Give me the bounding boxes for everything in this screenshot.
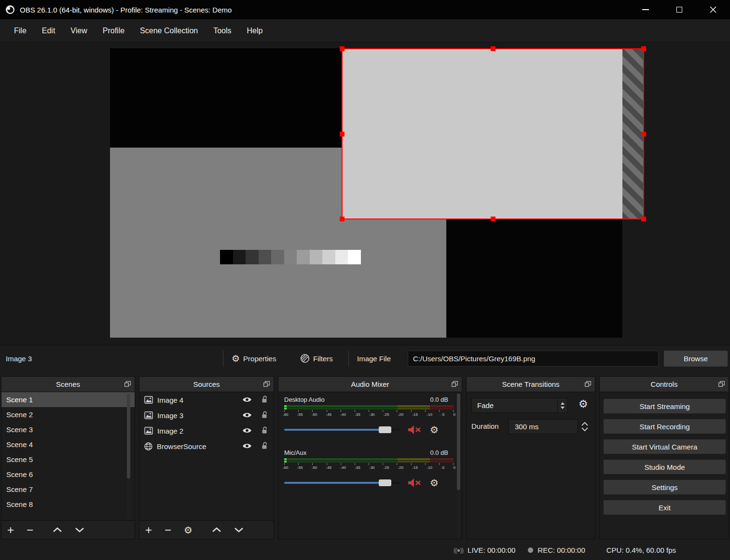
channel-level: 0.0 dB [430, 449, 448, 456]
selection-handle-bottom-left[interactable] [340, 217, 344, 221]
lock-icon[interactable] [261, 442, 268, 451]
close-icon [710, 6, 716, 13]
source-down-button[interactable] [234, 527, 244, 533]
duration-spinbox[interactable]: 300 ms [509, 419, 578, 434]
filters-button[interactable]: Filters [300, 345, 333, 371]
scene-item[interactable]: Scene 4 [1, 437, 135, 452]
studio-mode-button[interactable]: Studio Mode [604, 460, 726, 474]
scene-up-button[interactable] [53, 527, 62, 533]
scene-item-label: Scene 8 [6, 500, 33, 508]
scrollbar-thumb[interactable] [457, 394, 460, 490]
meter-scale: -60-55-50-45-40-35-30-25-20-15-10-50 [283, 465, 455, 470]
image-file-input[interactable] [408, 351, 659, 367]
chevron-up-icon [581, 422, 588, 426]
popout-icon[interactable] [263, 381, 270, 387]
gear-icon[interactable]: ⚙ [430, 478, 439, 488]
popout-icon[interactable] [718, 381, 725, 387]
scene-item[interactable]: Scene 6 [1, 467, 135, 482]
selection-handle-middle-left[interactable] [340, 132, 344, 137]
start-streaming-button[interactable]: Start Streaming [604, 399, 726, 413]
visibility-icon[interactable] [242, 442, 252, 451]
selection-outline[interactable] [342, 48, 644, 219]
globe-icon [144, 442, 152, 451]
sources-list: Image 4 Image 3 Im [139, 392, 274, 520]
scene-item[interactable]: Scene 3 [1, 422, 135, 437]
mute-icon[interactable] [408, 478, 421, 488]
selection-handle-top-middle[interactable] [491, 46, 496, 51]
remove-source-button[interactable]: − [165, 524, 171, 536]
start-recording-button[interactable]: Start Recording [604, 419, 726, 434]
scrollbar-thumb[interactable] [127, 394, 130, 478]
volume-slider[interactable] [284, 482, 400, 484]
scenes-scrollbar[interactable] [127, 394, 130, 519]
live-signal-icon: ((●)) [454, 546, 463, 554]
scene-item[interactable]: Scene 5 [1, 452, 135, 467]
mixer-scrollbar[interactable] [457, 394, 460, 537]
gear-icon[interactable]: ⚙ [430, 425, 439, 435]
visibility-icon[interactable] [242, 427, 252, 435]
selection-handle-bottom-right[interactable] [641, 217, 646, 221]
source-item[interactable]: Image 2 [139, 423, 274, 438]
menu-file[interactable]: File [6, 19, 34, 42]
remove-scene-button[interactable]: − [27, 524, 33, 536]
rec-dot-icon [528, 547, 533, 553]
add-scene-button[interactable]: + [7, 524, 14, 536]
lock-icon[interactable] [261, 396, 268, 405]
menu-edit[interactable]: Edit [34, 19, 63, 42]
visibility-icon[interactable] [242, 396, 252, 404]
settings-button[interactable]: Settings [604, 480, 726, 494]
popout-icon[interactable] [585, 381, 591, 387]
volume-slider-handle[interactable] [379, 479, 391, 486]
scene-item-label: Scene 4 [6, 440, 33, 449]
maximize-icon [676, 7, 682, 13]
selection-handle-top-left[interactable] [340, 46, 344, 51]
source-item[interactable]: Image 4 [139, 392, 274, 408]
duration-value: 300 ms [509, 423, 538, 431]
lock-icon[interactable] [261, 426, 268, 436]
menubar: File Edit View Profile Scene Collection … [0, 19, 730, 42]
selection-handle-middle-right[interactable] [641, 132, 646, 137]
transition-select-spinner[interactable] [557, 398, 567, 412]
properties-button[interactable]: ⚙ Properties [232, 345, 276, 371]
popout-icon[interactable] [124, 381, 131, 387]
menu-profile[interactable]: Profile [95, 19, 132, 42]
transition-select[interactable]: Fade [471, 398, 568, 413]
source-item-label: Image 2 [157, 427, 183, 435]
close-button[interactable] [696, 0, 730, 19]
source-item[interactable]: BrowserSource [139, 438, 274, 454]
menu-view[interactable]: View [63, 19, 95, 42]
volume-slider[interactable] [284, 429, 400, 431]
maximize-button[interactable] [662, 0, 696, 19]
transition-properties-button[interactable]: ⚙ [578, 399, 588, 410]
menu-help[interactable]: Help [239, 19, 271, 42]
add-source-button[interactable]: + [145, 524, 152, 536]
slider-fill [284, 429, 385, 431]
selection-handle-top-right[interactable] [641, 46, 646, 51]
lock-icon[interactable] [261, 411, 268, 420]
visibility-icon[interactable] [242, 411, 252, 420]
menu-scene-collection[interactable]: Scene Collection [132, 19, 206, 42]
spinner-down-icon [561, 407, 565, 409]
browse-button[interactable]: Browse [664, 351, 728, 367]
volume-slider-handle[interactable] [379, 426, 391, 433]
mute-icon[interactable] [408, 425, 421, 435]
popout-icon[interactable] [452, 381, 458, 387]
menu-tools[interactable]: Tools [206, 19, 239, 42]
exit-button[interactable]: Exit [604, 500, 726, 515]
preview-canvas[interactable] [0, 42, 730, 345]
source-up-button[interactable] [212, 527, 221, 533]
chevron-down-icon [581, 427, 588, 431]
canvas-black-region-bottom[interactable] [446, 219, 622, 338]
scene-item[interactable]: Scene 8 [1, 497, 135, 512]
image-icon [144, 427, 153, 435]
start-virtual-camera-button[interactable]: Start Virtual Camera [604, 439, 726, 454]
source-item[interactable]: Image 3 [139, 408, 274, 423]
scene-item[interactable]: Scene 7 [1, 482, 135, 497]
minimize-button[interactable] [629, 0, 662, 19]
source-properties-button[interactable]: ⚙ [184, 525, 193, 535]
selection-handle-bottom-middle[interactable] [491, 217, 496, 221]
scene-down-button[interactable] [75, 527, 84, 533]
scene-item[interactable]: Scene 1 [1, 392, 135, 407]
scene-item[interactable]: Scene 2 [1, 407, 135, 422]
duration-spinner[interactable] [581, 419, 588, 434]
